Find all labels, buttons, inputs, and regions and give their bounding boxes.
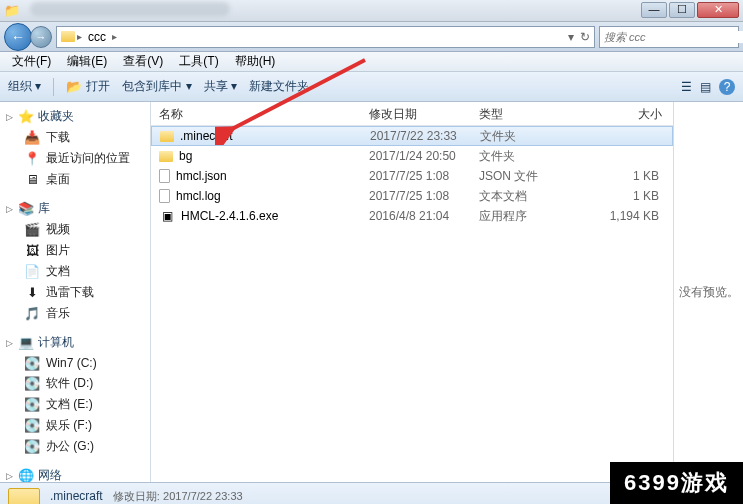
column-headers: 名称 修改日期 类型 大小 — [151, 102, 673, 126]
open-icon: 📂 — [66, 79, 82, 95]
menu-edit[interactable]: 编辑(E) — [59, 53, 115, 70]
sidebar-drive-g[interactable]: 💽办公 (G:) — [0, 436, 150, 457]
star-icon: ⭐ — [18, 109, 34, 125]
folder-icon — [160, 131, 174, 142]
column-size[interactable]: 大小 — [571, 102, 671, 125]
preview-text: 没有预览。 — [679, 284, 739, 301]
network-icon: 🌐 — [18, 468, 34, 483]
sidebar-drive-d[interactable]: 💽软件 (D:) — [0, 373, 150, 394]
sidebar-music[interactable]: 🎵音乐 — [0, 303, 150, 324]
sidebar: ▷⭐收藏夹 📥下载 📍最近访问的位置 🖥桌面 ▷📚库 🎬视频 🖼图片 📄文档 ⬇… — [0, 102, 151, 482]
file-date: 2017/7/25 1:08 — [361, 169, 471, 183]
file-date: 2017/7/22 23:33 — [362, 129, 472, 143]
title-bar: 📁 — ☐ ✕ — [0, 0, 743, 22]
sidebar-network-header[interactable]: ▷🌐网络 — [0, 465, 150, 482]
file-row[interactable]: ▣HMCL-2.4.1.6.exe2016/4/8 21:04应用程序1,194… — [151, 206, 673, 226]
view-mode-button[interactable]: ☰ — [681, 80, 692, 94]
main-area: ▷⭐收藏夹 📥下载 📍最近访问的位置 🖥桌面 ▷📚库 🎬视频 🖼图片 📄文档 ⬇… — [0, 102, 743, 482]
column-name[interactable]: 名称 — [151, 102, 361, 125]
menu-view[interactable]: 查看(V) — [115, 53, 171, 70]
search-input[interactable] — [604, 31, 743, 43]
include-button[interactable]: 包含到库中 ▾ — [122, 78, 191, 95]
breadcrumb-item[interactable]: ccc — [84, 30, 110, 44]
file-row[interactable]: hmcl.log2017/7/25 1:08文本文档1 KB — [151, 186, 673, 206]
sidebar-favorites-header[interactable]: ▷⭐收藏夹 — [0, 106, 150, 127]
sidebar-documents[interactable]: 📄文档 — [0, 261, 150, 282]
status-name: .minecraft — [50, 489, 103, 503]
file-size: 1,194 KB — [571, 209, 671, 223]
toolbar: 组织 ▾ 📂打开 包含到库中 ▾ 共享 ▾ 新建文件夹 ☰ ▤ ? — [0, 72, 743, 102]
sidebar-xunlei[interactable]: ⬇迅雷下载 — [0, 282, 150, 303]
sidebar-downloads[interactable]: 📥下载 — [0, 127, 150, 148]
folder-icon — [159, 151, 173, 162]
document-icon: 📄 — [24, 264, 40, 280]
file-area: 名称 修改日期 类型 大小 .minecraft2017/7/22 23:33文… — [151, 102, 743, 482]
preview-pane-button[interactable]: ▤ — [700, 80, 711, 94]
video-icon: 🎬 — [24, 222, 40, 238]
file-size: 1 KB — [571, 169, 671, 183]
sidebar-desktop[interactable]: 🖥桌面 — [0, 169, 150, 190]
computer-icon: 💻 — [18, 335, 34, 351]
sidebar-pictures[interactable]: 🖼图片 — [0, 240, 150, 261]
preview-pane: 没有预览。 — [673, 102, 743, 482]
folder-icon — [61, 31, 75, 42]
address-bar: ← → ▸ ccc ▸ ▾ ↻ 🔍 — [0, 22, 743, 52]
chevron-right-icon: ▸ — [77, 31, 82, 42]
open-button[interactable]: 📂打开 — [66, 78, 110, 95]
nav-back-button[interactable]: ← — [4, 23, 32, 51]
file-name: bg — [179, 149, 192, 163]
sidebar-drive-f[interactable]: 💽娱乐 (F:) — [0, 415, 150, 436]
breadcrumb[interactable]: ▸ ccc ▸ ▾ ↻ — [56, 26, 595, 48]
minimize-button[interactable]: — — [641, 2, 667, 18]
file-icon — [159, 189, 170, 203]
newfolder-button[interactable]: 新建文件夹 — [249, 78, 309, 95]
maximize-button[interactable]: ☐ — [669, 2, 695, 18]
share-button[interactable]: 共享 ▾ — [204, 78, 237, 95]
sidebar-drive-c[interactable]: 💽Win7 (C:) — [0, 353, 150, 373]
file-type: 文件夹 — [471, 148, 571, 165]
column-date[interactable]: 修改日期 — [361, 102, 471, 125]
drive-icon: 💽 — [24, 355, 40, 371]
refresh-icon[interactable]: ↻ — [580, 30, 590, 44]
nav-forward-button[interactable]: → — [30, 26, 52, 48]
drive-icon: 💽 — [24, 397, 40, 413]
file-row[interactable]: hmcl.json2017/7/25 1:08JSON 文件1 KB — [151, 166, 673, 186]
sidebar-libraries-header[interactable]: ▷📚库 — [0, 198, 150, 219]
column-type[interactable]: 类型 — [471, 102, 571, 125]
file-list: 名称 修改日期 类型 大小 .minecraft2017/7/22 23:33文… — [151, 102, 673, 482]
file-name: .minecraft — [180, 129, 233, 143]
organize-button[interactable]: 组织 ▾ — [8, 78, 41, 95]
sidebar-computer-header[interactable]: ▷💻计算机 — [0, 332, 150, 353]
exe-icon: ▣ — [159, 208, 175, 224]
download-icon: 📥 — [24, 130, 40, 146]
file-type: 文本文档 — [471, 188, 571, 205]
menu-tools[interactable]: 工具(T) — [171, 53, 226, 70]
music-icon: 🎵 — [24, 306, 40, 322]
file-type: 应用程序 — [471, 208, 571, 225]
file-size: 1 KB — [571, 189, 671, 203]
drive-icon: 💽 — [24, 418, 40, 434]
file-type: 文件夹 — [472, 128, 572, 145]
sidebar-recent[interactable]: 📍最近访问的位置 — [0, 148, 150, 169]
status-date-value: 2017/7/22 23:33 — [163, 490, 243, 502]
menu-help[interactable]: 帮助(H) — [227, 53, 284, 70]
file-row[interactable]: bg2017/1/24 20:50文件夹 — [151, 146, 673, 166]
close-button[interactable]: ✕ — [697, 2, 739, 18]
help-button[interactable]: ? — [719, 79, 735, 95]
watermark: 6399游戏 — [610, 462, 743, 504]
file-date: 2016/4/8 21:04 — [361, 209, 471, 223]
sidebar-videos[interactable]: 🎬视频 — [0, 219, 150, 240]
sidebar-drive-e[interactable]: 💽文档 (E:) — [0, 394, 150, 415]
file-row[interactable]: .minecraft2017/7/22 23:33文件夹 — [151, 126, 673, 146]
drive-icon: 💽 — [24, 376, 40, 392]
file-date: 2017/1/24 20:50 — [361, 149, 471, 163]
breadcrumb-dropdown[interactable]: ▾ — [568, 30, 574, 44]
file-type: JSON 文件 — [471, 168, 571, 185]
menu-file[interactable]: 文件(F) — [4, 53, 59, 70]
search-box[interactable]: 🔍 — [599, 26, 739, 48]
title-blur — [30, 2, 230, 16]
status-date-label: 修改日期: — [113, 490, 160, 502]
file-name: HMCL-2.4.1.6.exe — [181, 209, 278, 223]
xunlei-icon: ⬇ — [24, 285, 40, 301]
picture-icon: 🖼 — [24, 243, 40, 259]
